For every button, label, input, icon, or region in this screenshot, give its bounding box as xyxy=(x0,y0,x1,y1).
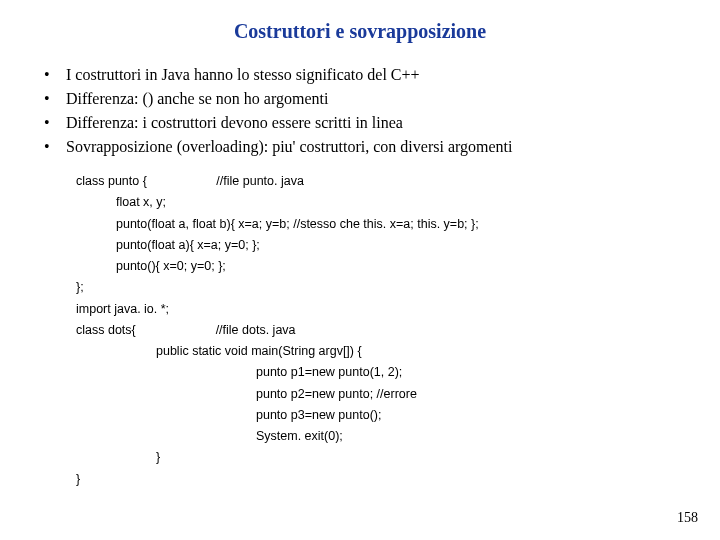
bullet-item: Sovrapposizione (overloading): piu' cost… xyxy=(40,135,680,159)
code-block: class punto { //file punto. java float x… xyxy=(76,171,680,490)
code-line: import java. io. *; xyxy=(76,299,680,320)
code-line: class punto { //file punto. java xyxy=(76,171,680,192)
code-line: float x, y; xyxy=(116,192,680,213)
code-line: punto(float a, float b){ x=a; y=b; //ste… xyxy=(116,214,680,235)
bullet-item: I costruttori in Java hanno lo stesso si… xyxy=(40,63,680,87)
code-line: punto p3=new punto(); xyxy=(256,405,680,426)
code-line: public static void main(String argv[]) { xyxy=(156,341,680,362)
code-line: System. exit(0); xyxy=(256,426,680,447)
bullet-list: I costruttori in Java hanno lo stesso si… xyxy=(40,63,680,159)
code-line: punto p2=new punto; //errore xyxy=(256,384,680,405)
page-number: 158 xyxy=(677,510,698,526)
slide: Costruttori e sovrapposizione I costrutt… xyxy=(0,0,720,540)
slide-title: Costruttori e sovrapposizione xyxy=(40,20,680,43)
bullet-item: Differenza: () anche se non ho argomenti xyxy=(40,87,680,111)
code-line: } xyxy=(76,469,680,490)
code-line: }; xyxy=(76,277,680,298)
code-line: } xyxy=(156,447,680,468)
code-line: class dots{ //file dots. java xyxy=(76,320,680,341)
code-line: punto(float a){ x=a; y=0; }; xyxy=(116,235,680,256)
bullet-item: Differenza: i costruttori devono essere … xyxy=(40,111,680,135)
code-line: punto p1=new punto(1, 2); xyxy=(256,362,680,383)
code-line: punto(){ x=0; y=0; }; xyxy=(116,256,680,277)
